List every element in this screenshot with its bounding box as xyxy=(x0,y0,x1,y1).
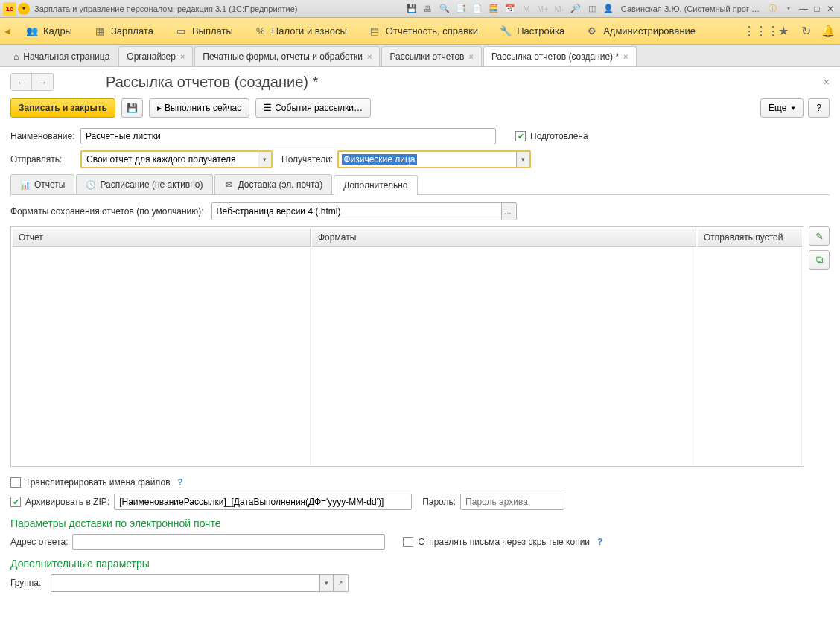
bcc-checkbox[interactable] xyxy=(403,537,413,547)
menu-vyplaty[interactable]: ▭Выплаты xyxy=(174,25,233,38)
menu-nastroyka[interactable]: 🔧Настройка xyxy=(499,25,564,38)
close-icon[interactable]: × xyxy=(180,52,185,61)
events-button[interactable]: ☰События рассылки… xyxy=(255,98,371,118)
formats-combo[interactable]: … xyxy=(211,202,517,220)
save-icon[interactable]: 💾 xyxy=(405,2,419,16)
calc-icon[interactable]: 🧮 xyxy=(487,2,500,16)
tab-organizer[interactable]: Органайзер× xyxy=(118,46,193,66)
memory-mplus-icon[interactable]: M+ xyxy=(536,2,550,16)
subtabs: 📊Отчеты 🕓Расписание (не активно) ✉Достав… xyxy=(10,174,830,195)
send-combo[interactable]: ▾ xyxy=(80,150,273,168)
subtab-delivery[interactable]: ✉Доставка (эл. почта) xyxy=(214,174,333,194)
reply-input[interactable] xyxy=(72,534,385,550)
zip-name-input[interactable] xyxy=(114,494,412,510)
page-title: Рассылка отчетов (создание) * xyxy=(106,74,318,91)
wallet-icon: ▭ xyxy=(174,25,188,38)
subtab-schedule[interactable]: 🕓Расписание (не активно) xyxy=(76,174,212,194)
menu-nalogi[interactable]: %Налоги и взносы xyxy=(254,25,347,38)
calendar-icon[interactable]: 📅 xyxy=(503,2,517,16)
reports-table[interactable]: Отчет Форматы Отправлять пустой xyxy=(10,226,804,467)
gear-icon: ⚙ xyxy=(585,25,599,38)
recipients-combo[interactable]: Физические лица ▾ xyxy=(337,150,531,168)
info-dd-icon[interactable]: ▾ xyxy=(782,2,795,16)
back-button[interactable]: ← xyxy=(11,74,32,90)
tab-rassylka-create[interactable]: Рассылка отчетов (создание) *× xyxy=(483,46,637,66)
chevron-down-icon[interactable]: ▾ xyxy=(258,152,271,167)
open-icon[interactable]: ↗ xyxy=(333,575,346,591)
info-icon[interactable]: ⓘ xyxy=(766,2,779,16)
close-icon[interactable]: × xyxy=(623,52,628,61)
app-menu-dropdown-icon[interactable]: ▾ xyxy=(18,3,30,15)
col-report[interactable]: Отчет xyxy=(13,229,311,247)
menu-otchetnost[interactable]: ▤Отчетность, справки xyxy=(368,25,478,38)
name-input[interactable] xyxy=(80,128,496,144)
home-tab[interactable]: ⌂Начальная страница xyxy=(4,47,118,66)
password-input[interactable] xyxy=(460,494,564,510)
titlebar: 1c ▾ Зарплата и управление персоналом, р… xyxy=(0,0,840,18)
prepared-checkbox[interactable]: ✔ xyxy=(515,131,526,141)
save-button[interactable]: 💾 xyxy=(121,98,143,118)
zoom-icon[interactable]: 🔎 xyxy=(569,2,582,16)
doc-icon[interactable]: 📄 xyxy=(471,2,484,16)
edit-row-button[interactable]: ✎ xyxy=(809,226,830,246)
ellipsis-icon[interactable]: … xyxy=(501,203,515,220)
minimize-icon[interactable]: — xyxy=(797,3,810,15)
subtab-additional[interactable]: Дополнительно xyxy=(334,175,417,195)
formats-label: Форматы сохранения отчетов (по умолчанию… xyxy=(10,206,204,217)
col-send-empty[interactable]: Отправлять пустой xyxy=(698,229,802,247)
close-page-icon[interactable]: × xyxy=(824,76,830,88)
group-label: Группа: xyxy=(10,578,46,588)
send-input[interactable] xyxy=(82,152,258,167)
zip-checkbox[interactable]: ✔ xyxy=(10,497,21,507)
star-icon[interactable]: ★ xyxy=(776,24,791,39)
report-icon: ▤ xyxy=(368,25,381,38)
recipients-label: Получатели: xyxy=(281,154,333,165)
help-icon[interactable]: ? xyxy=(178,477,183,488)
more-button[interactable]: Еще▾ xyxy=(760,98,804,118)
additional-panel: Форматы сохранения отчетов (по умолчанию… xyxy=(10,195,830,605)
chevron-down-icon[interactable]: ▾ xyxy=(319,575,333,591)
formats-input[interactable] xyxy=(212,203,501,220)
email-section-title: Параметры доставки по электронной почте xyxy=(10,517,830,529)
menu-admin[interactable]: ⚙Администрирование xyxy=(585,25,696,38)
compare-icon[interactable]: 📑 xyxy=(454,2,468,16)
forward-button[interactable]: → xyxy=(32,74,53,90)
clock-icon: 🕓 xyxy=(86,179,96,190)
menu-zarplata[interactable]: ▦Зарплата xyxy=(93,25,153,38)
chart-icon: 📊 xyxy=(20,179,31,190)
percent-icon: % xyxy=(254,25,267,38)
col-formats[interactable]: Форматы xyxy=(312,229,696,247)
close-icon[interactable]: × xyxy=(468,52,473,61)
chevron-down-icon[interactable]: ▾ xyxy=(516,152,529,167)
app-logo-icon: 1c xyxy=(3,2,16,16)
group-combo[interactable]: ▾ ↗ xyxy=(51,574,349,592)
bell-icon[interactable]: 🔔 xyxy=(821,24,836,39)
history-icon[interactable]: ↻ xyxy=(798,24,813,39)
memory-mminus-icon[interactable]: M- xyxy=(553,2,566,16)
apps-icon[interactable]: ⋮⋮⋮ xyxy=(754,24,769,39)
preview-icon[interactable]: 🔍 xyxy=(438,2,451,16)
diskette-icon: 💾 xyxy=(127,103,138,113)
memory-m-icon[interactable]: M xyxy=(520,2,533,16)
close-icon[interactable]: × xyxy=(367,52,372,61)
copy-row-button[interactable]: ⧉ xyxy=(809,250,830,270)
tab-print-forms[interactable]: Печатные формы, отчеты и обработки× xyxy=(194,46,380,66)
save-close-button[interactable]: Записать и закрыть xyxy=(10,98,115,118)
translit-checkbox[interactable] xyxy=(10,477,21,488)
help-button[interactable]: ? xyxy=(808,98,830,118)
maximize-icon[interactable]: □ xyxy=(810,3,824,15)
nav-prev-icon[interactable]: ◂ xyxy=(4,24,15,38)
panel-icon[interactable]: ◫ xyxy=(585,2,599,16)
subtab-reports[interactable]: 📊Отчеты xyxy=(10,174,74,194)
help-icon[interactable]: ? xyxy=(597,537,602,547)
user-label[interactable]: Савинская З.Ю. (Системный прог … xyxy=(621,4,760,13)
play-icon: ▸ xyxy=(157,103,162,113)
run-now-button[interactable]: ▸Выполнить сейчас xyxy=(149,98,249,118)
group-input[interactable] xyxy=(51,575,319,591)
send-label: Отправлять: xyxy=(10,154,76,165)
recipients-value[interactable]: Физические лица xyxy=(342,154,416,165)
close-window-icon[interactable]: ✕ xyxy=(824,3,837,15)
tab-rassylki[interactable]: Рассылки отчетов× xyxy=(381,46,481,66)
menu-kadry[interactable]: 👥Кадры xyxy=(25,25,72,38)
print-icon[interactable]: 🖶 xyxy=(421,2,435,16)
